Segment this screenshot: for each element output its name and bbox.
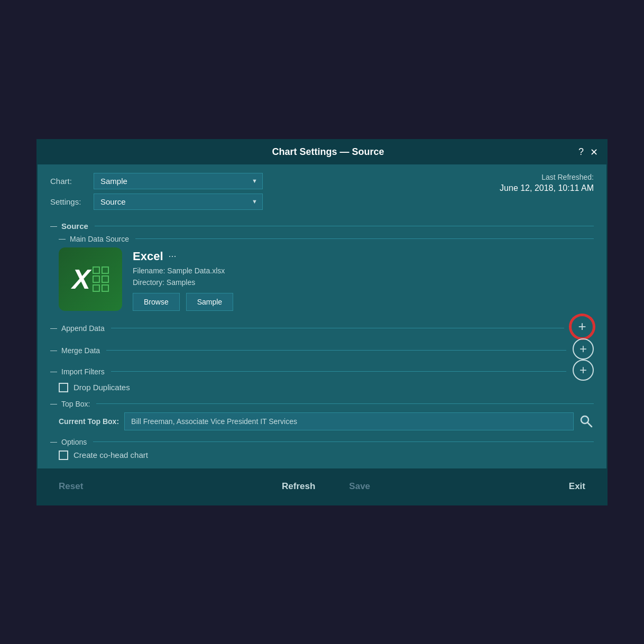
import-filters-label: Import Filters (61, 367, 105, 376)
settings-select[interactable]: Source (94, 194, 263, 210)
options-label: Options (61, 438, 87, 446)
merge-data-header: — Merge Data (50, 346, 566, 355)
current-topbox-row: Current Top Box: (59, 412, 594, 430)
content-area: — Source — Main Data Source X (38, 214, 606, 462)
header-left: Chart: Sample Settings: Source (50, 173, 263, 210)
topbox-search-button[interactable] (579, 414, 594, 429)
main-data-source-label: Main Data Source (70, 235, 129, 243)
chart-field-row: Chart: Sample (50, 173, 263, 189)
title-bar: Chart Settings — Source ? ✕ (38, 140, 606, 164)
settings-field-row: Settings: Source (50, 194, 263, 210)
options-line (93, 441, 594, 442)
svg-line-1 (588, 422, 592, 427)
directory-label: Directory: (133, 278, 164, 287)
excel-title-row: Excel ··· (133, 250, 233, 263)
topbox-input[interactable] (124, 412, 574, 430)
excel-icon: X (59, 247, 122, 311)
header-row: Chart: Sample Settings: Source Last Refr… (38, 164, 606, 214)
excel-grid (93, 266, 109, 292)
top-box-toggle[interactable]: — (50, 400, 57, 408)
last-refreshed-value: June 12, 2018, 10:11 AM (500, 183, 594, 193)
source-btn-row: Browse Sample (133, 293, 233, 311)
create-cohead-row: Create co-head chart (59, 450, 594, 460)
settings-select-wrapper[interactable]: Source (94, 194, 263, 210)
excel-icon-inner: X (72, 265, 109, 293)
reset-button[interactable]: Reset (50, 477, 91, 496)
options-section-header: — Options (50, 438, 594, 446)
merge-data-toggle[interactable]: — (50, 346, 57, 354)
append-data-toggle[interactable]: — (50, 324, 57, 332)
refresh-button[interactable]: Refresh (273, 477, 324, 496)
chart-label: Chart: (50, 177, 87, 186)
main-data-source-header: — Main Data Source (59, 235, 594, 243)
merge-data-add-button[interactable]: + (573, 338, 594, 360)
append-data-add-button[interactable]: + (571, 315, 594, 338)
import-filters-add-button[interactable]: + (573, 360, 594, 381)
source-section-line (95, 226, 594, 226)
create-cohead-label: Create co-head chart (73, 450, 148, 459)
header-right: Last Refreshed: June 12, 2018, 10:11 AM (500, 173, 594, 193)
excel-more-options[interactable]: ··· (169, 251, 177, 262)
sample-button[interactable]: Sample (186, 293, 233, 311)
source-section-label: Source (61, 222, 88, 231)
last-refreshed-label: Last Refreshed: (500, 173, 594, 181)
filename-label: Filename: (133, 266, 165, 275)
merge-data-line (106, 350, 566, 351)
filename-line: Filename: Sample Data.xlsx (133, 266, 233, 275)
data-source-info: Excel ··· Filename: Sample Data.xlsx Dir… (133, 247, 233, 311)
excel-grid-cell-5 (93, 284, 100, 292)
title-bar-actions: ? ✕ (578, 146, 598, 158)
current-topbox-label: Current Top Box: (59, 417, 119, 426)
data-source-row: X Excel ··· Filename (59, 247, 585, 311)
drop-duplicates-label: Drop Duplicates (73, 383, 130, 392)
import-filters-row: — Import Filters + (50, 360, 594, 381)
drop-duplicates-row: Drop Duplicates (59, 383, 594, 392)
append-data-header: — Append Data (50, 324, 564, 333)
chart-settings-dialog: Chart Settings — Source ? ✕ Chart: Sampl… (36, 139, 608, 505)
settings-label: Settings: (50, 197, 87, 206)
merge-data-row: — Merge Data + (50, 338, 594, 360)
source-toggle[interactable]: — (50, 222, 57, 230)
import-filters-line (111, 371, 566, 372)
excel-grid-cell-2 (102, 266, 109, 274)
top-box-line (96, 403, 594, 404)
search-icon (579, 414, 594, 429)
merge-data-label: Merge Data (61, 346, 100, 355)
top-box-label: Top Box: (61, 400, 90, 408)
append-data-label: Append Data (61, 324, 105, 333)
top-box-section-header: — Top Box: (50, 400, 594, 408)
browse-button[interactable]: Browse (133, 293, 180, 311)
footer-center: Refresh Save (273, 477, 379, 496)
excel-title: Excel (133, 250, 163, 263)
dialog-title: Chart Settings — Source (78, 146, 578, 158)
excel-grid-cell-3 (93, 275, 100, 283)
excel-grid-cell-6 (102, 284, 109, 292)
chart-select-wrapper[interactable]: Sample (94, 173, 263, 189)
append-data-row: — Append Data + (50, 315, 594, 338)
directory-line: Directory: Samples (133, 278, 233, 287)
close-button[interactable]: ✕ (590, 146, 598, 158)
excel-grid-cell-4 (102, 275, 109, 283)
append-data-line (111, 328, 564, 328)
exit-button[interactable]: Exit (560, 477, 594, 496)
directory-value: Samples (167, 278, 195, 287)
import-filters-toggle[interactable]: — (50, 367, 57, 375)
import-filters-header: — Import Filters (50, 367, 566, 376)
excel-x-letter: X (72, 265, 90, 293)
main-data-source-line (135, 238, 594, 239)
chart-select[interactable]: Sample (94, 173, 263, 189)
main-data-source-toggle[interactable]: — (59, 235, 66, 243)
footer: Reset Refresh Save Exit (38, 468, 606, 504)
save-button[interactable]: Save (341, 477, 379, 496)
filename-value: Sample Data.xlsx (167, 266, 225, 275)
create-cohead-checkbox[interactable] (59, 450, 68, 460)
excel-grid-cell-1 (93, 266, 100, 274)
help-button[interactable]: ? (578, 146, 584, 158)
source-section-header: — Source (50, 222, 594, 231)
options-toggle[interactable]: — (50, 438, 57, 446)
drop-duplicates-checkbox[interactable] (59, 383, 68, 392)
